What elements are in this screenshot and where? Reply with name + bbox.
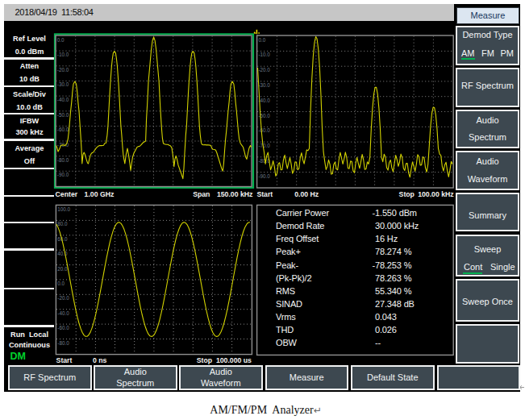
svg-text:-60.0: -60.0 <box>259 127 271 133</box>
svg-text:0.00 Hz: 0.00 Hz <box>294 190 319 198</box>
svg-text:-80.0: -80.0 <box>57 157 69 163</box>
svg-text:-10.0: -10.0 <box>57 52 69 57</box>
svg-text:80.0: 80.0 <box>57 221 68 227</box>
svg-text:-40.0: -40.0 <box>57 97 69 102</box>
svg-text:-90.0: -90.0 <box>259 173 271 179</box>
svg-text:-70.0: -70.0 <box>259 143 271 148</box>
svg-text:Stop: Stop <box>197 356 212 364</box>
svg-text:100.000 us: 100.000 us <box>216 356 252 364</box>
svg-text:-20.0: -20.0 <box>57 67 69 73</box>
svg-text:150.00 kHz: 150.00 kHz <box>217 190 253 198</box>
svg-text:Center: Center <box>56 190 78 198</box>
svg-text:-40.0: -40.0 <box>57 310 69 316</box>
svg-text:1.00 GHz: 1.00 GHz <box>85 190 115 198</box>
svg-text:40.0: 40.0 <box>57 251 68 256</box>
svg-text:-30.0: -30.0 <box>57 81 69 87</box>
svg-text:-30.0: -30.0 <box>259 82 271 88</box>
svg-text:-60.0: -60.0 <box>57 127 69 132</box>
svg-text:Stop: Stop <box>399 190 415 198</box>
svg-text:0.0: 0.0 <box>57 281 65 286</box>
svg-text:100.00 kHz: 100.00 kHz <box>418 190 454 198</box>
svg-text:-40.0: -40.0 <box>259 98 271 103</box>
svg-text:-20.0: -20.0 <box>57 295 69 301</box>
svg-text:-80.0: -80.0 <box>57 340 69 346</box>
svg-text:0 ns: 0 ns <box>93 356 107 364</box>
svg-text:-20.0: -20.0 <box>259 67 271 73</box>
svg-text:-10.0: -10.0 <box>259 52 271 57</box>
svg-text:-50.0: -50.0 <box>57 112 69 118</box>
svg-text:-60.0: -60.0 <box>57 325 69 331</box>
svg-text:Start: Start <box>256 190 273 198</box>
svg-text:20.0: 20.0 <box>57 266 68 272</box>
svg-text:100.0: 100.0 <box>57 206 70 212</box>
svg-text:0.0: 0.0 <box>57 37 65 43</box>
svg-text:Span: Span <box>193 190 210 198</box>
svg-text:0.0: 0.0 <box>259 37 266 43</box>
svg-text:-90.0: -90.0 <box>57 172 69 177</box>
svg-text:Start: Start <box>56 356 73 364</box>
